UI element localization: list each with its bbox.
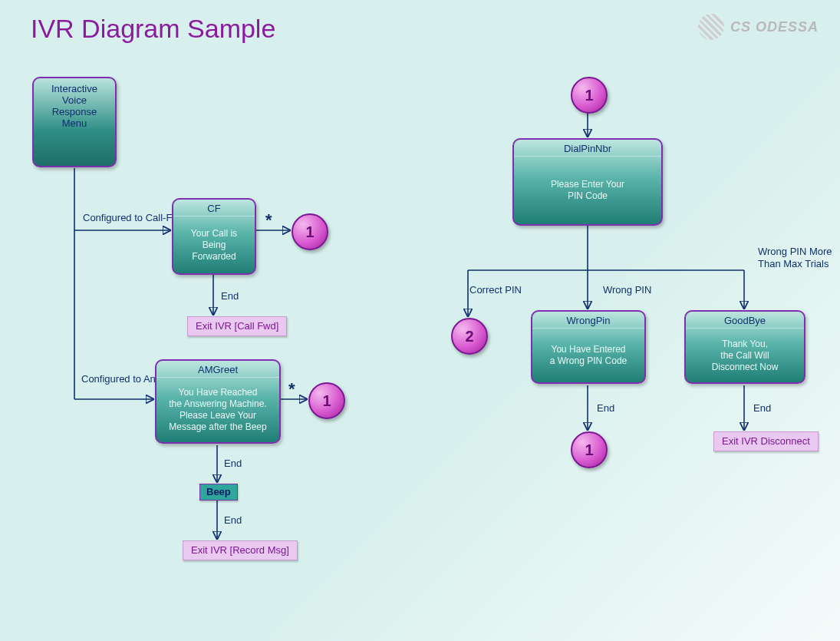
amgreet-end2-label: End (224, 514, 242, 527)
wrongpin-end-label: End (597, 402, 614, 415)
dialpin-head: DialPinNbr (514, 140, 661, 157)
cf-asterisk: * (265, 210, 272, 230)
goodbye-body: Thank You, the Call Will Disconnect Now (686, 329, 804, 382)
dialpin-box: DialPinNbr Please Enter Your PIN Code (512, 138, 663, 226)
cf-head: CF (173, 200, 255, 216)
dialpin-body: Please Enter Your PIN Code (514, 157, 661, 224)
right-top-circle: 1 (571, 77, 608, 114)
amgreet-head: AMGreet (156, 361, 279, 378)
logo-text: CS ODESSA (730, 19, 819, 35)
correct-pin-circle: 2 (451, 318, 488, 355)
goodbye-exit-tag: Exit IVR Disconnect (713, 431, 819, 451)
wrongpin-head: WrongPin (532, 312, 644, 329)
diagram-title: IVR Diagram Sample (31, 14, 275, 44)
amgreet-body: You Have Reached the Answering Machine. … (156, 378, 279, 442)
branch-correct-pin: Correct PIN (469, 284, 522, 296)
cf-body: Your Call is Being Forwarded (173, 216, 255, 273)
amgreet-exit-tag: Exit IVR [Record Msg] (183, 540, 298, 560)
amgreet-end1-label: End (224, 458, 242, 470)
beep-tag: Beep (199, 484, 238, 501)
goodbye-end-label: End (753, 402, 771, 415)
cf-connector-circle: 1 (292, 213, 328, 250)
wrongpin-body: You Have Entered a Wrong PIN Code (532, 329, 644, 382)
logo: CS ODESSA (698, 14, 819, 40)
wrongpin-box: WrongPin You Have Entered a Wrong PIN Co… (531, 310, 646, 384)
amgreet-box: AMGreet You Have Reached the Answering M… (155, 359, 281, 444)
amgreet-asterisk: * (288, 379, 295, 399)
logo-swirl-icon (698, 14, 724, 40)
amgreet-connector-circle: 1 (308, 382, 345, 419)
wrongpin-circle: 1 (571, 431, 608, 468)
ivr-menu-box: Interactive Voice Response Menu (32, 77, 117, 167)
cf-exit-tag: Exit IVR [Call Fwd] (187, 316, 287, 336)
branch-wrong-pin-max: Wrong PIN More Than Max Trials (758, 246, 840, 269)
cf-end-label: End (221, 290, 239, 302)
branch-wrong-pin: Wrong PIN (603, 284, 651, 296)
ivr-menu-label: Interactive Voice Response Menu (51, 83, 97, 129)
goodbye-head: GoodBye (686, 312, 804, 329)
goodbye-box: GoodBye Thank You, the Call Will Disconn… (684, 310, 805, 384)
cf-box: CF Your Call is Being Forwarded (172, 198, 256, 275)
